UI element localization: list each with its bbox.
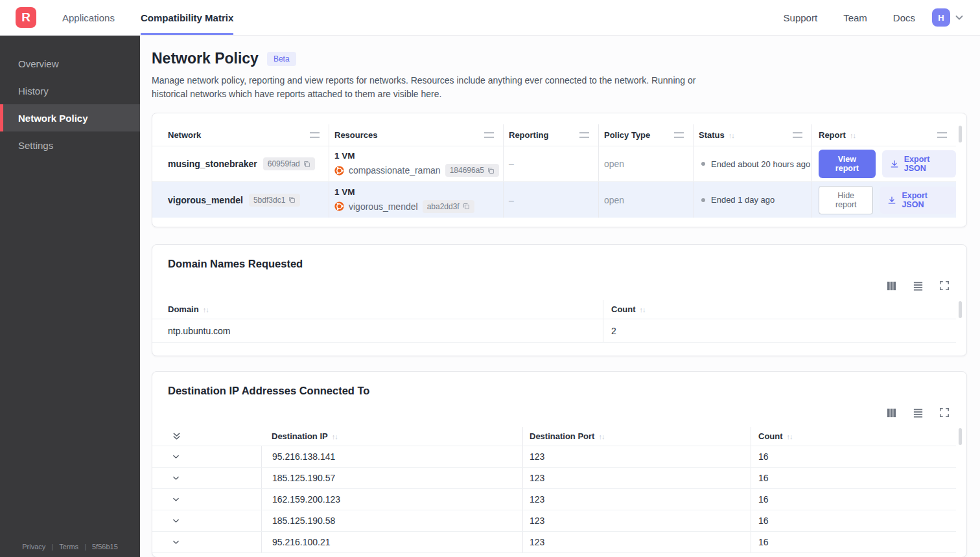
sort-icon[interactable]: ↑↓ (332, 433, 338, 440)
resource-name[interactable]: vigorous_mendel (349, 201, 418, 212)
table-scrollbar[interactable] (959, 301, 962, 318)
sort-icon[interactable]: ↑↓ (598, 433, 604, 440)
column-header-policy-type[interactable]: Policy Type (598, 124, 693, 146)
footer-divider: | (51, 543, 53, 551)
fullscreen-icon[interactable] (939, 407, 950, 418)
column-header-destination-ip[interactable]: Destination IP ↑↓ (261, 427, 522, 446)
table-toolbar (152, 280, 966, 291)
fullscreen-icon[interactable] (939, 280, 950, 291)
row-density-icon[interactable] (913, 407, 924, 418)
status-dot-icon (701, 198, 705, 202)
sidebar-item-history[interactable]: History (0, 77, 140, 104)
network-cell: musing_stonebraker 60959fad (152, 146, 329, 181)
column-label: Resources (334, 130, 377, 140)
terms-link[interactable]: Terms (59, 543, 78, 551)
destination-ips-card: Destination IP Addresses Connected To (152, 371, 967, 557)
network-id-pill: 60959fad (263, 157, 315, 170)
network-table-row[interactable]: musing_stonebraker 60959fad 1 VM (152, 146, 956, 182)
row-expander-icon[interactable] (152, 446, 261, 467)
export-json-button[interactable]: Export JSON (880, 187, 956, 214)
nav-link-docs[interactable]: Docs (893, 12, 915, 23)
destination-table-row[interactable]: 95.216.138.141 123 16 (152, 446, 956, 468)
table-scrollbar[interactable] (959, 428, 962, 445)
copy-icon[interactable] (463, 203, 470, 210)
copy-icon[interactable] (303, 161, 310, 168)
export-json-button[interactable]: Export JSON (882, 150, 956, 177)
copy-icon[interactable] (288, 196, 296, 203)
sort-icon[interactable]: ↑↓ (729, 131, 734, 139)
column-menu-icon[interactable] (579, 132, 589, 138)
nav-link-team[interactable]: Team (843, 12, 867, 23)
resource-id: aba2dd3f (427, 202, 460, 211)
row-expander-icon[interactable] (152, 468, 261, 488)
vm-icon (334, 166, 344, 176)
network-name: musing_stonebraker (168, 159, 257, 169)
column-header-status[interactable]: Status ↑↓ (693, 124, 811, 146)
app-logo[interactable]: R (16, 7, 36, 28)
column-menu-icon[interactable] (310, 132, 320, 138)
user-menu[interactable]: H (932, 0, 964, 35)
destination-table-row[interactable]: 185.125.190.57 123 16 (152, 468, 956, 489)
sort-icon[interactable]: ↑↓ (787, 433, 793, 440)
destination-port-cell: 123 (522, 510, 751, 531)
tab-applications[interactable]: Applications (62, 0, 115, 35)
download-icon (887, 196, 896, 205)
column-header-resources[interactable]: Resources (329, 124, 503, 146)
row-expander-icon[interactable] (152, 489, 261, 510)
row-expander-icon[interactable] (152, 510, 261, 531)
network-table-row[interactable]: vigorous_mendel 5bdf3dc1 1 VM (152, 182, 956, 218)
view-report-button[interactable]: View report (819, 150, 876, 178)
destination-table-row[interactable]: 95.216.100.21 123 16 (152, 532, 956, 553)
row-density-icon[interactable] (913, 280, 924, 291)
column-header-count[interactable]: Count ↑↓ (603, 300, 956, 319)
avatar[interactable]: H (932, 8, 950, 27)
sidebar: Overview History Network Policy Settings… (0, 36, 140, 557)
column-header-report[interactable]: Report ↑↓ (811, 124, 956, 146)
sort-icon[interactable]: ↑↓ (640, 306, 646, 313)
row-expander-icon[interactable] (152, 532, 261, 552)
columns-icon[interactable] (886, 407, 897, 418)
columns-icon[interactable] (886, 280, 897, 291)
domain-table-row[interactable]: ntp.ubuntu.com 2 (152, 319, 956, 343)
copy-icon[interactable] (487, 167, 495, 174)
resources-cell: 1 VM compassionate_raman 184696a5 (329, 146, 503, 181)
column-menu-icon[interactable] (674, 132, 684, 138)
tab-compatibility-matrix[interactable]: Compatibility Matrix (141, 0, 233, 35)
table-toolbar (152, 407, 966, 418)
column-label: Destination Port (530, 431, 594, 441)
column-header-destination-port[interactable]: Destination Port ↑↓ (522, 427, 751, 446)
destination-table-row[interactable]: 185.125.190.58 123 16 (152, 510, 956, 532)
destination-port-cell: 123 (522, 446, 751, 467)
resource-id-pill: 184696a5 (445, 164, 499, 177)
nav-link-support[interactable]: Support (784, 12, 818, 23)
column-label: Count (611, 304, 636, 314)
sort-icon[interactable]: ↑↓ (203, 306, 209, 313)
domain-table-header: Domain ↑↓ Count ↑↓ (152, 300, 956, 319)
vm-count: 1 VM (334, 151, 355, 161)
status-text: Ended 1 day ago (711, 195, 775, 205)
column-header-count[interactable]: Count ↑↓ (751, 427, 956, 446)
destination-table-row[interactable]: 162.159.200.123 123 16 (152, 489, 956, 510)
column-label: Domain (168, 304, 199, 314)
sort-icon[interactable]: ↑↓ (850, 131, 856, 139)
column-menu-icon[interactable] (484, 132, 494, 138)
resource-name[interactable]: compassionate_raman (349, 165, 441, 176)
column-header-domain[interactable]: Domain ↑↓ (152, 300, 603, 319)
page-title: Network Policy (152, 50, 259, 67)
column-header-network[interactable]: Network (152, 124, 329, 146)
column-menu-icon[interactable] (937, 132, 947, 138)
sidebar-item-settings[interactable]: Settings (0, 131, 140, 159)
column-menu-icon[interactable] (793, 132, 802, 138)
privacy-link[interactable]: Privacy (22, 543, 45, 551)
export-json-label: Export JSON (902, 191, 948, 209)
nav-tabs: Applications Compatibility Matrix (62, 0, 233, 35)
policy-type-cell: open (598, 182, 693, 218)
table-scrollbar[interactable] (959, 126, 962, 142)
column-header-reporting[interactable]: Reporting (503, 124, 598, 146)
expand-all-icon[interactable] (152, 427, 261, 446)
chevron-down-icon[interactable] (954, 12, 964, 23)
hide-report-button[interactable]: Hide report (819, 186, 873, 214)
sidebar-item-network-policy[interactable]: Network Policy (0, 104, 140, 131)
sidebar-item-overview[interactable]: Overview (0, 50, 140, 77)
destination-ip-cell: 95.216.138.141 (261, 446, 522, 467)
